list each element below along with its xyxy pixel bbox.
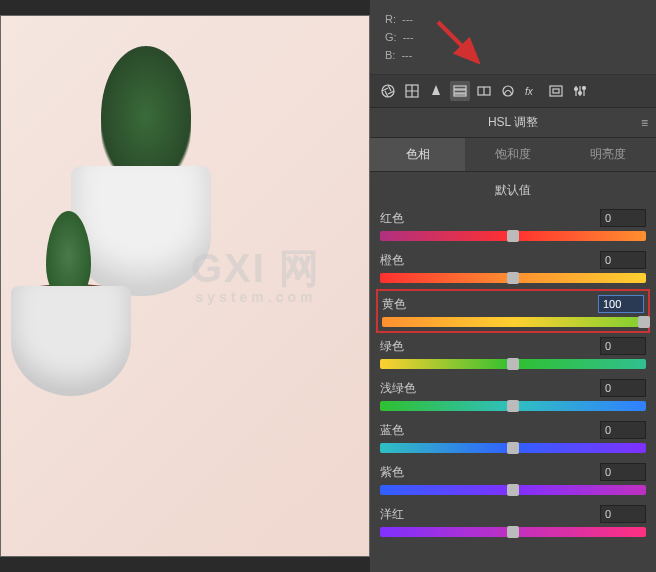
fx-icon[interactable]: fx (522, 81, 542, 101)
svg-point-10 (575, 88, 578, 91)
slider-red: 红色 (380, 209, 646, 241)
rgb-readout: R:--- G:--- B:--- (370, 0, 656, 75)
slider-purple-input[interactable] (600, 463, 646, 481)
slider-green-track[interactable] (380, 359, 646, 369)
slider-magenta-label: 洋红 (380, 506, 404, 523)
slider-magenta-input[interactable] (600, 505, 646, 523)
adjustments-panel: R:--- G:--- B:--- fx HSL 调整 ≡ 色相 饱和度 明亮度… (370, 0, 656, 572)
tab-hue[interactable]: 色相 (370, 138, 465, 171)
slider-purple-label: 紫色 (380, 464, 404, 481)
frame-icon[interactable] (546, 81, 566, 101)
slider-red-label: 红色 (380, 210, 404, 227)
slider-blue-input[interactable] (600, 421, 646, 439)
slider-green-input[interactable] (600, 337, 646, 355)
hsl-tabs: 色相 饱和度 明亮度 (370, 138, 656, 172)
image-preview: GXI 网 system.com (0, 15, 370, 557)
panel-title: HSL 调整 (488, 115, 538, 129)
panel-header: HSL 调整 ≡ (370, 108, 656, 138)
slider-group: 红色 橙色 黄色 绿色 (370, 205, 656, 557)
svg-rect-4 (454, 94, 466, 96)
adjustment-toolbar: fx (370, 75, 656, 108)
preview-pot-2 (11, 286, 131, 396)
slider-blue: 蓝色 (380, 421, 646, 453)
slider-magenta-track[interactable] (380, 527, 646, 537)
slider-green: 绿色 (380, 337, 646, 369)
svg-rect-8 (550, 86, 562, 96)
panel-menu-icon[interactable]: ≡ (641, 116, 648, 130)
slider-purple-thumb[interactable] (507, 484, 519, 496)
tab-saturation[interactable]: 饱和度 (465, 138, 560, 171)
svg-rect-2 (454, 86, 466, 89)
svg-text:fx: fx (525, 86, 534, 97)
slider-yellow: 黄色 (380, 293, 646, 329)
svg-point-11 (579, 92, 582, 95)
slider-orange-input[interactable] (600, 251, 646, 269)
slider-orange: 橙色 (380, 251, 646, 283)
slider-orange-track[interactable] (380, 273, 646, 283)
slider-ltgreen: 浅绿色 (380, 379, 646, 411)
slider-magenta-thumb[interactable] (507, 526, 519, 538)
slider-yellow-track[interactable] (382, 317, 644, 327)
svg-rect-9 (553, 89, 559, 93)
slider-yellow-label: 黄色 (382, 296, 406, 313)
slider-ltgreen-track[interactable] (380, 401, 646, 411)
annotation-arrow (430, 14, 490, 78)
slider-magenta: 洋红 (380, 505, 646, 537)
svg-point-12 (583, 87, 586, 90)
grid-icon[interactable] (402, 81, 422, 101)
slider-orange-thumb[interactable] (507, 272, 519, 284)
slider-blue-thumb[interactable] (507, 442, 519, 454)
slider-blue-label: 蓝色 (380, 422, 404, 439)
slider-purple-track[interactable] (380, 485, 646, 495)
svg-point-0 (382, 85, 394, 97)
sliders-icon[interactable] (570, 81, 590, 101)
slider-orange-label: 橙色 (380, 252, 404, 269)
curves-icon[interactable] (498, 81, 518, 101)
slider-ltgreen-thumb[interactable] (507, 400, 519, 412)
slider-red-thumb[interactable] (507, 230, 519, 242)
hsl-icon[interactable] (450, 81, 470, 101)
svg-rect-3 (454, 90, 466, 93)
slider-yellow-input[interactable] (598, 295, 644, 313)
slider-green-thumb[interactable] (507, 358, 519, 370)
slider-yellow-thumb[interactable] (638, 316, 650, 328)
split-tone-icon[interactable] (474, 81, 494, 101)
slider-blue-track[interactable] (380, 443, 646, 453)
slider-green-label: 绿色 (380, 338, 404, 355)
tab-lightness[interactable]: 明亮度 (561, 138, 656, 171)
slider-ltgreen-label: 浅绿色 (380, 380, 416, 397)
slider-red-input[interactable] (600, 209, 646, 227)
defaults-link[interactable]: 默认值 (370, 172, 656, 205)
sharpen-icon[interactable] (426, 81, 446, 101)
aperture-icon[interactable] (378, 81, 398, 101)
slider-red-track[interactable] (380, 231, 646, 241)
slider-ltgreen-input[interactable] (600, 379, 646, 397)
slider-purple: 紫色 (380, 463, 646, 495)
